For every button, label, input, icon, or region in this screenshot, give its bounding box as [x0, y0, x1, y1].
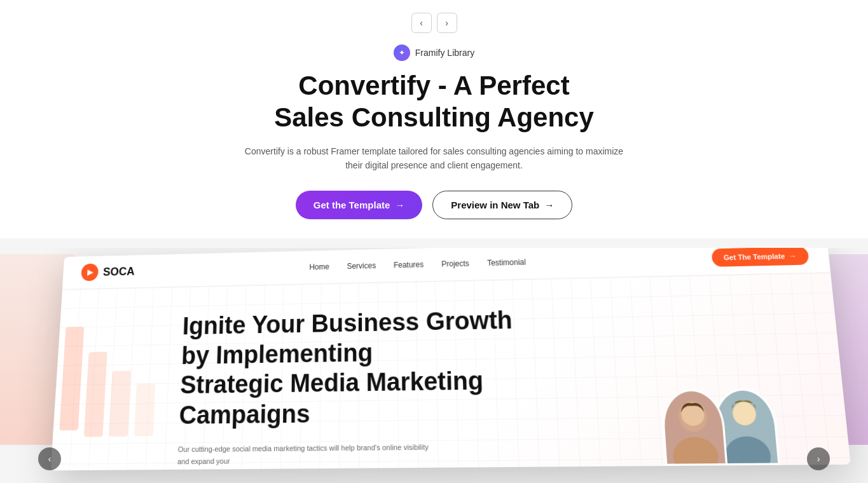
- logo-icon: ▶: [81, 264, 99, 282]
- prev-arrow[interactable]: ‹: [411, 13, 432, 33]
- template-logo: ▶ SOCA: [81, 262, 135, 281]
- svg-point-7: [723, 436, 772, 463]
- library-icon: ✦: [394, 44, 410, 61]
- hero-persons: [660, 388, 780, 466]
- nav-link-projects[interactable]: Projects: [441, 259, 469, 269]
- get-template-button[interactable]: Get the Template →: [296, 191, 423, 219]
- nav-link-testimonial[interactable]: Testimonial: [486, 257, 525, 267]
- template-preview-card: ▶ SOCA Home Services Features Projects T…: [50, 248, 850, 470]
- template-hero-title: Ignite Your Business Growth by Implement…: [178, 305, 530, 430]
- carousel-prev-button[interactable]: ‹: [38, 447, 61, 470]
- template-nav-links: Home Services Features Projects Testimon…: [309, 257, 526, 271]
- svg-point-5: [672, 437, 720, 464]
- library-badge: ✦ Framify Library: [394, 44, 474, 61]
- template-hero: Ignite Your Business Growth by Implement…: [50, 273, 850, 470]
- logo-text: SOCA: [102, 265, 135, 279]
- library-label: Framify Library: [415, 48, 474, 58]
- template-hero-content: Ignite Your Business Growth by Implement…: [76, 305, 532, 468]
- top-section: ‹ › ✦ Framify Library Convertify - A Per…: [0, 0, 868, 238]
- nav-link-features[interactable]: Features: [393, 260, 423, 269]
- cta-buttons: Get the Template → Preview in New Tab →: [296, 191, 573, 219]
- person-avatar-1: [660, 389, 727, 466]
- page-description: Convertify is a robust Framer template t…: [244, 144, 625, 173]
- next-arrow[interactable]: ›: [437, 13, 457, 33]
- preview-button[interactable]: Preview in New Tab →: [432, 191, 572, 219]
- template-cta-button[interactable]: Get The Template →: [710, 248, 809, 267]
- page-title: Convertify - A Perfect Sales Consulting …: [274, 70, 594, 134]
- nav-arrows: ‹ ›: [411, 13, 457, 33]
- svg-point-8: [731, 402, 757, 425]
- nav-link-services[interactable]: Services: [347, 261, 376, 271]
- nav-link-home[interactable]: Home: [309, 262, 329, 272]
- carousel-next-button[interactable]: ›: [807, 447, 830, 470]
- template-hero-subtitle: Our cutting-edge social media marketing …: [177, 442, 437, 468]
- preview-area: ▶ SOCA Home Services Features Projects T…: [0, 248, 868, 483]
